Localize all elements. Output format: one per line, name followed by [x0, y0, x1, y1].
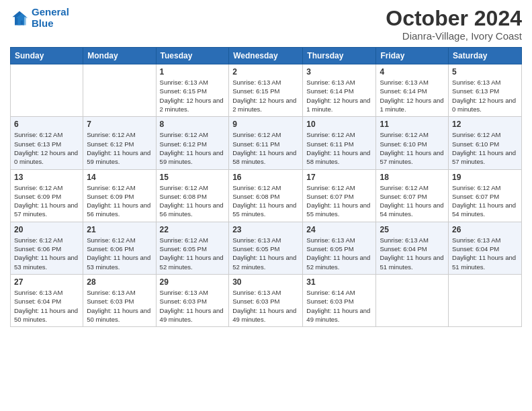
day-cell: 3Sunrise: 6:13 AM Sunset: 6:14 PM Daylig… [303, 64, 376, 117]
day-info: Sunrise: 6:13 AM Sunset: 6:05 PM Dayligh… [306, 236, 372, 271]
day-cell: 10Sunrise: 6:12 AM Sunset: 6:11 PM Dayli… [303, 117, 376, 169]
day-number: 4 [380, 67, 445, 77]
day-cell: 12Sunrise: 6:12 AM Sunset: 6:10 PM Dayli… [449, 117, 522, 169]
page: General Blue October 2024 Dianra-Village… [0, 0, 532, 411]
calendar-table: Sunday Monday Tuesday Wednesday Thursday… [10, 47, 522, 327]
day-info: Sunrise: 6:13 AM Sunset: 6:03 PM Dayligh… [160, 288, 226, 324]
logo-icon [10, 9, 29, 28]
logo-text: General Blue [32, 7, 69, 29]
day-cell: 26Sunrise: 6:13 AM Sunset: 6:04 PM Dayli… [449, 222, 522, 274]
day-cell [376, 274, 449, 326]
day-cell: 8Sunrise: 6:12 AM Sunset: 6:12 PM Daylig… [156, 117, 229, 169]
day-cell: 29Sunrise: 6:13 AM Sunset: 6:03 PM Dayli… [156, 274, 229, 326]
day-number: 6 [14, 120, 79, 129]
day-info: Sunrise: 6:12 AM Sunset: 6:06 PM Dayligh… [87, 236, 152, 271]
day-cell: 6Sunrise: 6:12 AM Sunset: 6:13 PM Daylig… [11, 117, 83, 169]
day-number: 9 [232, 120, 299, 129]
day-cell: 1Sunrise: 6:13 AM Sunset: 6:15 PM Daylig… [156, 64, 229, 117]
day-cell: 15Sunrise: 6:12 AM Sunset: 6:08 PM Dayli… [156, 169, 229, 222]
day-number: 14 [87, 173, 152, 182]
day-info: Sunrise: 6:13 AM Sunset: 6:03 PM Dayligh… [232, 288, 299, 324]
day-info: Sunrise: 6:13 AM Sunset: 6:14 PM Dayligh… [380, 78, 445, 113]
logo-line1: General [32, 6, 69, 17]
day-cell: 5Sunrise: 6:13 AM Sunset: 6:13 PM Daylig… [449, 64, 522, 117]
day-cell: 31Sunrise: 6:14 AM Sunset: 6:03 PM Dayli… [303, 274, 376, 326]
day-cell: 24Sunrise: 6:13 AM Sunset: 6:05 PM Dayli… [303, 222, 376, 274]
logo-line2: Blue [32, 17, 54, 29]
day-info: Sunrise: 6:13 AM Sunset: 6:03 PM Dayligh… [87, 288, 152, 324]
day-cell: 13Sunrise: 6:12 AM Sunset: 6:09 PM Dayli… [11, 169, 83, 222]
col-sunday: Sunday [11, 48, 83, 64]
col-tuesday: Tuesday [156, 48, 229, 64]
day-cell [11, 64, 83, 117]
day-info: Sunrise: 6:12 AM Sunset: 6:09 PM Dayligh… [87, 183, 152, 219]
day-info: Sunrise: 6:14 AM Sunset: 6:03 PM Dayligh… [306, 288, 372, 324]
day-number: 22 [160, 225, 226, 234]
week-row-2: 6Sunrise: 6:12 AM Sunset: 6:13 PM Daylig… [11, 117, 522, 169]
day-info: Sunrise: 6:12 AM Sunset: 6:06 PM Dayligh… [14, 236, 79, 271]
day-info: Sunrise: 6:12 AM Sunset: 6:12 PM Dayligh… [87, 130, 152, 166]
day-number: 3 [306, 67, 372, 77]
day-info: Sunrise: 6:13 AM Sunset: 6:04 PM Dayligh… [380, 236, 445, 271]
day-number: 29 [160, 277, 226, 287]
day-number: 19 [452, 173, 518, 182]
day-number: 1 [160, 67, 226, 77]
day-number: 26 [452, 225, 518, 234]
day-number: 20 [14, 225, 79, 234]
day-cell: 11Sunrise: 6:12 AM Sunset: 6:10 PM Dayli… [376, 117, 449, 169]
day-cell [83, 64, 156, 117]
day-info: Sunrise: 6:12 AM Sunset: 6:05 PM Dayligh… [160, 236, 226, 271]
day-info: Sunrise: 6:12 AM Sunset: 6:08 PM Dayligh… [232, 183, 299, 219]
col-monday: Monday [83, 48, 156, 64]
day-info: Sunrise: 6:12 AM Sunset: 6:11 PM Dayligh… [232, 130, 299, 166]
day-number: 30 [232, 277, 299, 287]
day-cell: 16Sunrise: 6:12 AM Sunset: 6:08 PM Dayli… [229, 169, 303, 222]
day-cell: 18Sunrise: 6:12 AM Sunset: 6:07 PM Dayli… [376, 169, 449, 222]
day-info: Sunrise: 6:12 AM Sunset: 6:11 PM Dayligh… [306, 130, 372, 166]
subtitle: Dianra-Village, Ivory Coast [386, 30, 522, 42]
day-cell: 17Sunrise: 6:12 AM Sunset: 6:07 PM Dayli… [303, 169, 376, 222]
day-cell: 19Sunrise: 6:12 AM Sunset: 6:07 PM Dayli… [449, 169, 522, 222]
day-number: 21 [87, 225, 152, 234]
day-cell: 22Sunrise: 6:12 AM Sunset: 6:05 PM Dayli… [156, 222, 229, 274]
day-number: 5 [452, 67, 518, 77]
day-info: Sunrise: 6:12 AM Sunset: 6:08 PM Dayligh… [160, 183, 226, 219]
day-cell: 30Sunrise: 6:13 AM Sunset: 6:03 PM Dayli… [229, 274, 303, 326]
day-cell: 2Sunrise: 6:13 AM Sunset: 6:15 PM Daylig… [229, 64, 303, 117]
col-friday: Friday [376, 48, 449, 64]
day-number: 8 [160, 120, 226, 129]
day-info: Sunrise: 6:12 AM Sunset: 6:12 PM Dayligh… [160, 130, 226, 166]
day-info: Sunrise: 6:12 AM Sunset: 6:07 PM Dayligh… [380, 183, 445, 219]
day-info: Sunrise: 6:12 AM Sunset: 6:10 PM Dayligh… [452, 130, 518, 166]
day-number: 17 [306, 173, 372, 182]
day-number: 31 [306, 277, 372, 287]
day-number: 25 [380, 225, 445, 234]
day-info: Sunrise: 6:13 AM Sunset: 6:14 PM Dayligh… [306, 78, 372, 113]
day-cell [449, 274, 522, 326]
day-info: Sunrise: 6:12 AM Sunset: 6:09 PM Dayligh… [14, 183, 79, 219]
day-info: Sunrise: 6:13 AM Sunset: 6:13 PM Dayligh… [452, 78, 518, 113]
header-row: Sunday Monday Tuesday Wednesday Thursday… [11, 48, 522, 64]
day-number: 2 [232, 67, 299, 77]
day-cell: 25Sunrise: 6:13 AM Sunset: 6:04 PM Dayli… [376, 222, 449, 274]
day-cell: 4Sunrise: 6:13 AM Sunset: 6:14 PM Daylig… [376, 64, 449, 117]
calendar-body: 1Sunrise: 6:13 AM Sunset: 6:15 PM Daylig… [11, 64, 522, 327]
day-cell: 20Sunrise: 6:12 AM Sunset: 6:06 PM Dayli… [11, 222, 83, 274]
col-wednesday: Wednesday [229, 48, 303, 64]
day-number: 7 [87, 120, 152, 129]
week-row-3: 13Sunrise: 6:12 AM Sunset: 6:09 PM Dayli… [11, 169, 522, 222]
day-cell: 21Sunrise: 6:12 AM Sunset: 6:06 PM Dayli… [83, 222, 156, 274]
day-cell: 23Sunrise: 6:13 AM Sunset: 6:05 PM Dayli… [229, 222, 303, 274]
day-number: 13 [14, 173, 79, 182]
day-number: 23 [232, 225, 299, 234]
week-row-4: 20Sunrise: 6:12 AM Sunset: 6:06 PM Dayli… [11, 222, 522, 274]
title-block: October 2024 Dianra-Village, Ivory Coast [386, 7, 522, 42]
col-thursday: Thursday [303, 48, 376, 64]
day-number: 28 [87, 277, 152, 287]
day-info: Sunrise: 6:13 AM Sunset: 6:15 PM Dayligh… [160, 78, 226, 113]
day-number: 27 [14, 277, 79, 287]
day-number: 10 [306, 120, 372, 129]
month-title: October 2024 [386, 7, 522, 30]
day-cell: 9Sunrise: 6:12 AM Sunset: 6:11 PM Daylig… [229, 117, 303, 169]
logo: General Blue [10, 7, 69, 29]
